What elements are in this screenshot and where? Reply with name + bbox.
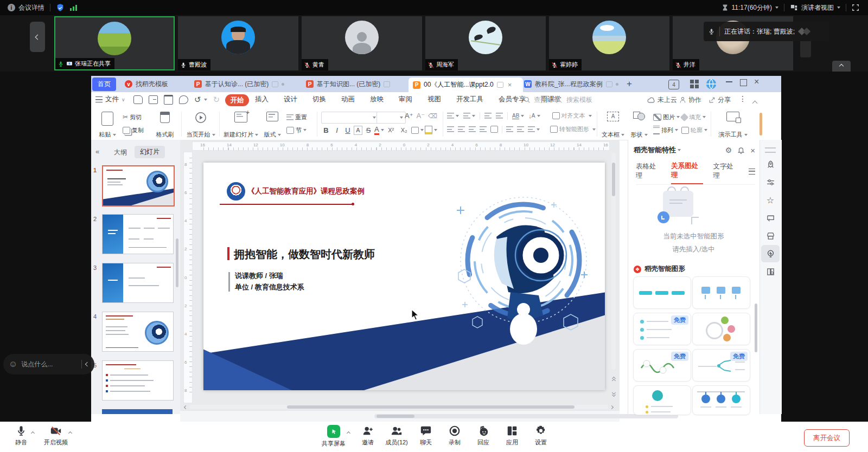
sliders-icon[interactable] — [764, 176, 776, 188]
cut-button[interactable]: ✂剪切 — [123, 112, 142, 122]
leave-meeting-button[interactable]: 离开会议 — [804, 429, 850, 447]
command-search-box[interactable]: 查找命令、搜索模板 — [524, 95, 592, 105]
chat-input-pill[interactable]: ☺ 说点什么... — [3, 354, 94, 374]
menu-tab-insert[interactable]: 插入 — [254, 95, 270, 104]
slide-thumbnail-5[interactable] — [102, 360, 174, 401]
canvas-vscrollbar[interactable] — [611, 153, 616, 370]
to-smart-diagram-button[interactable]: 转智能图形 — [550, 125, 596, 133]
wps-doc-tab-2[interactable]: P 基于知识图... (已加密) — [302, 77, 408, 91]
decrease-font-button[interactable]: A⁻ — [417, 112, 425, 120]
emoji-icon[interactable]: ☺ — [9, 359, 17, 369]
menu-tab-view[interactable]: 视图 — [426, 95, 442, 104]
paste-button[interactable]: 粘贴 — [95, 111, 119, 140]
slide-teacher-line[interactable]: 说课教师 / 张瑞 — [235, 271, 283, 281]
redo-button[interactable]: ↻ — [213, 95, 220, 105]
picture-button[interactable]: 图片 — [653, 112, 680, 122]
new-tab-button[interactable]: + — [627, 79, 632, 89]
play-from-current-button[interactable]: 当页开始 — [186, 111, 216, 140]
slide-header-text[interactable]: 《人工智能教育应用》课程思政案例 — [247, 186, 365, 196]
fullscreen-icon[interactable] — [852, 4, 859, 11]
slides-tab[interactable]: 幻灯片 — [135, 146, 165, 158]
view-mode-label[interactable]: 演讲者视图 — [801, 3, 834, 12]
next-slide-button[interactable] — [610, 391, 617, 400]
align-center-button[interactable] — [458, 126, 465, 132]
slide-panel-scrollbar[interactable] — [176, 238, 178, 287]
wps-home-tab[interactable]: 首页 — [92, 78, 116, 91]
diagram-card-wave[interactable]: 免费 — [633, 349, 691, 382]
line-height-button[interactable] — [528, 126, 540, 132]
numbered-list-button[interactable] — [463, 113, 475, 119]
subscript-button[interactable]: X₂ — [398, 127, 410, 133]
participant-tile[interactable]: 黄青 — [302, 16, 422, 70]
participant-tile[interactable]: 周海军 — [425, 16, 546, 70]
view-dropdown-caret[interactable] — [837, 7, 840, 9]
menu-tab-slideshow[interactable]: 放映 — [369, 95, 385, 104]
reset-button[interactable]: 重置 — [286, 112, 307, 122]
strip-collapse-button[interactable] — [832, 61, 851, 72]
bold-button[interactable]: B — [321, 126, 331, 134]
section-button[interactable]: 节 — [286, 125, 307, 135]
settings-button[interactable]: 设置 — [526, 425, 556, 447]
strip-drag-handle[interactable] — [765, 147, 776, 153]
text-direction-button[interactable]: AB — [512, 113, 524, 119]
distribute-button[interactable] — [490, 126, 498, 133]
hscroll-left-arrow[interactable] — [184, 405, 188, 409]
network-signal-icon[interactable] — [70, 5, 77, 11]
mute-options-caret[interactable] — [31, 430, 34, 436]
increase-indent-button[interactable] — [496, 113, 503, 119]
menu-tab-review[interactable]: 审阅 — [398, 95, 413, 104]
increase-font-button[interactable]: A⁺ — [405, 112, 413, 120]
share-button[interactable]: 分享 — [709, 95, 731, 105]
globe-icon[interactable] — [705, 78, 717, 90]
panel-close-icon[interactable]: × — [750, 146, 755, 155]
clear-format-button[interactable]: ⌫ — [428, 112, 437, 120]
apps-button[interactable]: 应用 — [497, 425, 527, 447]
menu-tab-devtools[interactable]: 开发工具 — [455, 95, 484, 104]
slide-thumbnail-3[interactable] — [102, 263, 174, 303]
undo-button[interactable]: ↺ — [194, 95, 207, 105]
menu-more-button[interactable]: ⋮ — [739, 94, 746, 103]
export-icon[interactable] — [149, 95, 158, 104]
save-icon[interactable] — [133, 95, 143, 104]
tab-grid-button[interactable] — [690, 80, 699, 88]
share-screen-button[interactable]: 共享屏幕 — [319, 425, 348, 448]
line-spacing-button[interactable]: ↓A — [528, 113, 540, 119]
chat-button[interactable]: 聊天 — [411, 425, 441, 447]
menu-tab-member[interactable]: 会员专享 — [497, 95, 527, 104]
panel-title-caret[interactable] — [678, 149, 681, 151]
diagram-card-cluster[interactable] — [692, 313, 750, 345]
tab-table-processing[interactable]: 表格处理 — [636, 162, 661, 184]
wps-doc-tab-active[interactable]: P 00《人工智能...课ppt2.0 × — [409, 78, 523, 92]
record-button[interactable]: 录制 — [440, 425, 469, 447]
layout-button[interactable]: 版式 — [261, 111, 283, 140]
panel-bell-icon[interactable] — [737, 146, 745, 154]
outline-button[interactable]: 轮廓 — [681, 125, 707, 135]
arrange-button[interactable]: 排列 — [653, 125, 678, 135]
diagram-card-branch[interactable]: 免费 — [692, 349, 750, 382]
wps-doc-tab-1[interactable]: P 基于认知诊... (已加密) — [190, 77, 302, 91]
decrease-indent-button[interactable] — [484, 113, 492, 119]
participant-tile[interactable]: 曹殿波 — [178, 16, 298, 70]
strip-scroll-left-button[interactable] — [30, 22, 45, 52]
slide-canvas[interactable]: 《人工智能教育应用》课程思政案例 拥抱智能，做数智时代新教师 说课教师 / 张瑞… — [203, 163, 605, 390]
panel-collapse-button[interactable]: « — [95, 147, 99, 156]
chat-collapse-icon[interactable] — [85, 362, 90, 366]
font-color-button[interactable]: A — [374, 125, 384, 135]
camera-button[interactable]: 开启视频 — [41, 425, 71, 447]
underline-button[interactable]: U — [343, 126, 353, 134]
print-preview-icon[interactable] — [179, 95, 188, 104]
smart-panel-title[interactable]: 稻壳智能特性 — [634, 145, 676, 155]
window-restore-button[interactable] — [740, 79, 747, 86]
close-tab-icon[interactable]: × — [508, 81, 512, 89]
screen-sync-icon[interactable] — [764, 212, 776, 224]
menu-tab-start[interactable]: 开始 — [225, 94, 249, 106]
bullet-list-button[interactable] — [447, 113, 459, 119]
diagram-card-timeline[interactable] — [692, 385, 750, 415]
smart-features-icon[interactable] — [761, 245, 780, 262]
slide-thumbnail-6-partial[interactable] — [102, 409, 173, 414]
smart-panel-scrollbar[interactable] — [755, 304, 757, 352]
template-shop-icon[interactable] — [764, 230, 776, 242]
slide-unit-line[interactable]: 单位 / 教育信息技术系 — [235, 282, 304, 292]
print-icon[interactable] — [164, 95, 173, 105]
invite-button[interactable]: 邀请 — [353, 425, 382, 447]
